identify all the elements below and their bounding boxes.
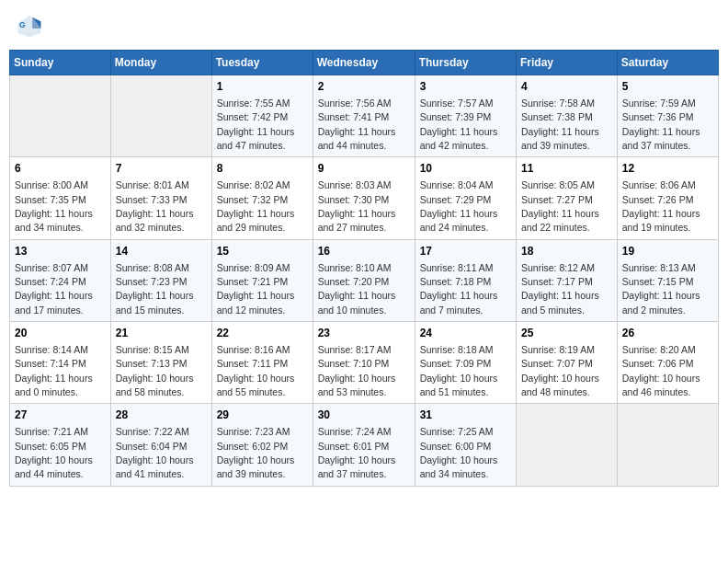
day-cell: 29Sunrise: 7:23 AM Sunset: 6:02 PM Dayli… [211, 404, 313, 486]
day-cell [10, 75, 111, 157]
day-number: 22 [217, 326, 308, 341]
day-cell: 19Sunrise: 8:13 AM Sunset: 7:15 PM Dayli… [617, 239, 718, 321]
day-detail: Sunrise: 7:24 AM Sunset: 6:01 PM Dayligh… [318, 426, 396, 479]
day-number: 11 [521, 161, 612, 177]
day-number: 29 [217, 408, 308, 423]
day-cell: 24Sunrise: 8:18 AM Sunset: 7:09 PM Dayli… [415, 322, 516, 404]
day-cell: 5Sunrise: 7:59 AM Sunset: 7:36 PM Daylig… [617, 75, 718, 157]
day-number: 21 [116, 326, 207, 341]
week-row: 1Sunrise: 7:55 AM Sunset: 7:42 PM Daylig… [10, 75, 719, 157]
day-cell: 4Sunrise: 7:58 AM Sunset: 7:38 PM Daylig… [517, 75, 618, 157]
day-cell: 23Sunrise: 8:17 AM Sunset: 7:10 PM Dayli… [313, 322, 415, 404]
page-header: G [9, 9, 719, 42]
day-cell: 27Sunrise: 7:21 AM Sunset: 6:05 PM Dayli… [10, 404, 111, 486]
day-cell: 6Sunrise: 8:00 AM Sunset: 7:35 PM Daylig… [10, 157, 111, 239]
day-number: 16 [318, 244, 410, 259]
day-detail: Sunrise: 8:19 AM Sunset: 7:07 PM Dayligh… [521, 344, 599, 397]
day-number: 12 [622, 161, 713, 177]
day-detail: Sunrise: 7:23 AM Sunset: 6:02 PM Dayligh… [217, 426, 295, 479]
day-number: 17 [420, 244, 511, 259]
day-cell: 15Sunrise: 8:09 AM Sunset: 7:21 PM Dayli… [211, 239, 313, 321]
day-cell: 18Sunrise: 8:12 AM Sunset: 7:17 PM Dayli… [517, 239, 618, 321]
day-number: 24 [420, 326, 511, 341]
day-number: 9 [318, 161, 410, 177]
day-number: 10 [420, 161, 511, 177]
day-cell [617, 404, 718, 486]
day-number: 2 [318, 79, 410, 95]
day-detail: Sunrise: 8:01 AM Sunset: 7:33 PM Dayligh… [116, 179, 194, 233]
day-cell: 20Sunrise: 8:14 AM Sunset: 7:14 PM Dayli… [10, 322, 111, 404]
day-number: 30 [318, 408, 410, 423]
day-cell: 12Sunrise: 8:06 AM Sunset: 7:26 PM Dayli… [617, 157, 718, 239]
day-cell: 17Sunrise: 8:11 AM Sunset: 7:18 PM Dayli… [415, 239, 516, 321]
day-number: 27 [15, 408, 106, 423]
week-row: 27Sunrise: 7:21 AM Sunset: 6:05 PM Dayli… [10, 404, 719, 486]
day-number: 6 [15, 161, 106, 177]
day-number: 23 [318, 326, 410, 341]
day-detail: Sunrise: 8:15 AM Sunset: 7:13 PM Dayligh… [116, 344, 194, 397]
day-cell: 21Sunrise: 8:15 AM Sunset: 7:13 PM Dayli… [110, 322, 211, 404]
svg-text:G: G [19, 20, 26, 29]
header-cell-saturday: Saturday [617, 51, 718, 75]
week-row: 13Sunrise: 8:07 AM Sunset: 7:24 PM Dayli… [10, 239, 719, 321]
day-number: 18 [521, 244, 612, 259]
day-cell: 7Sunrise: 8:01 AM Sunset: 7:33 PM Daylig… [110, 157, 211, 239]
day-number: 5 [622, 79, 713, 95]
day-detail: Sunrise: 8:18 AM Sunset: 7:09 PM Dayligh… [420, 344, 498, 397]
day-number: 13 [15, 244, 106, 259]
day-cell: 31Sunrise: 7:25 AM Sunset: 6:00 PM Dayli… [415, 404, 516, 486]
day-detail: Sunrise: 8:10 AM Sunset: 7:20 PM Dayligh… [318, 262, 396, 316]
day-detail: Sunrise: 8:08 AM Sunset: 7:23 PM Dayligh… [116, 262, 194, 316]
day-detail: Sunrise: 7:57 AM Sunset: 7:39 PM Dayligh… [420, 98, 498, 151]
day-number: 28 [116, 408, 207, 423]
day-detail: Sunrise: 7:55 AM Sunset: 7:42 PM Dayligh… [217, 98, 295, 151]
day-number: 31 [420, 408, 511, 423]
day-detail: Sunrise: 7:22 AM Sunset: 6:04 PM Dayligh… [116, 426, 194, 479]
day-detail: Sunrise: 8:07 AM Sunset: 7:24 PM Dayligh… [15, 262, 93, 316]
day-cell: 13Sunrise: 8:07 AM Sunset: 7:24 PM Dayli… [10, 239, 111, 321]
calendar-body: 1Sunrise: 7:55 AM Sunset: 7:42 PM Daylig… [10, 75, 719, 487]
header-cell-friday: Friday [517, 51, 618, 75]
day-cell [517, 404, 618, 486]
day-number: 19 [622, 244, 713, 259]
day-cell: 14Sunrise: 8:08 AM Sunset: 7:23 PM Dayli… [110, 239, 211, 321]
day-detail: Sunrise: 8:13 AM Sunset: 7:15 PM Dayligh… [622, 262, 700, 316]
calendar-table: SundayMondayTuesdayWednesdayThursdayFrid… [9, 50, 719, 487]
calendar-header: SundayMondayTuesdayWednesdayThursdayFrid… [10, 51, 719, 75]
header-cell-tuesday: Tuesday [211, 51, 313, 75]
day-number: 25 [521, 326, 612, 341]
day-cell: 3Sunrise: 7:57 AM Sunset: 7:39 PM Daylig… [415, 75, 516, 157]
day-cell: 22Sunrise: 8:16 AM Sunset: 7:11 PM Dayli… [211, 322, 313, 404]
day-number: 1 [217, 79, 308, 95]
day-detail: Sunrise: 8:04 AM Sunset: 7:29 PM Dayligh… [420, 179, 498, 233]
logo: G [17, 13, 44, 39]
day-cell: 10Sunrise: 8:04 AM Sunset: 7:29 PM Dayli… [415, 157, 516, 239]
week-row: 6Sunrise: 8:00 AM Sunset: 7:35 PM Daylig… [10, 157, 719, 239]
day-detail: Sunrise: 8:06 AM Sunset: 7:26 PM Dayligh… [622, 179, 700, 233]
day-detail: Sunrise: 8:20 AM Sunset: 7:06 PM Dayligh… [622, 344, 700, 397]
day-cell: 28Sunrise: 7:22 AM Sunset: 6:04 PM Dayli… [110, 404, 211, 486]
day-number: 15 [217, 244, 308, 259]
day-cell: 2Sunrise: 7:56 AM Sunset: 7:41 PM Daylig… [313, 75, 415, 157]
day-cell: 8Sunrise: 8:02 AM Sunset: 7:32 PM Daylig… [211, 157, 313, 239]
day-cell: 16Sunrise: 8:10 AM Sunset: 7:20 PM Dayli… [313, 239, 415, 321]
day-cell: 9Sunrise: 8:03 AM Sunset: 7:30 PM Daylig… [313, 157, 415, 239]
day-cell: 26Sunrise: 8:20 AM Sunset: 7:06 PM Dayli… [617, 322, 718, 404]
day-number: 4 [521, 79, 612, 95]
day-detail: Sunrise: 7:56 AM Sunset: 7:41 PM Dayligh… [318, 98, 396, 151]
day-number: 26 [622, 326, 713, 341]
header-cell-sunday: Sunday [10, 51, 111, 75]
day-detail: Sunrise: 8:12 AM Sunset: 7:17 PM Dayligh… [521, 262, 599, 316]
day-cell [110, 75, 211, 157]
logo-icon: G [17, 13, 42, 39]
week-row: 20Sunrise: 8:14 AM Sunset: 7:14 PM Dayli… [10, 322, 719, 404]
header-cell-wednesday: Wednesday [313, 51, 415, 75]
day-detail: Sunrise: 8:17 AM Sunset: 7:10 PM Dayligh… [318, 344, 396, 397]
day-detail: Sunrise: 8:03 AM Sunset: 7:30 PM Dayligh… [318, 179, 396, 233]
day-detail: Sunrise: 8:02 AM Sunset: 7:32 PM Dayligh… [217, 179, 295, 233]
day-detail: Sunrise: 8:14 AM Sunset: 7:14 PM Dayligh… [15, 344, 93, 397]
day-detail: Sunrise: 7:21 AM Sunset: 6:05 PM Dayligh… [15, 426, 93, 479]
day-detail: Sunrise: 7:58 AM Sunset: 7:38 PM Dayligh… [521, 98, 599, 151]
day-cell: 11Sunrise: 8:05 AM Sunset: 7:27 PM Dayli… [517, 157, 618, 239]
day-cell: 30Sunrise: 7:24 AM Sunset: 6:01 PM Dayli… [313, 404, 415, 486]
